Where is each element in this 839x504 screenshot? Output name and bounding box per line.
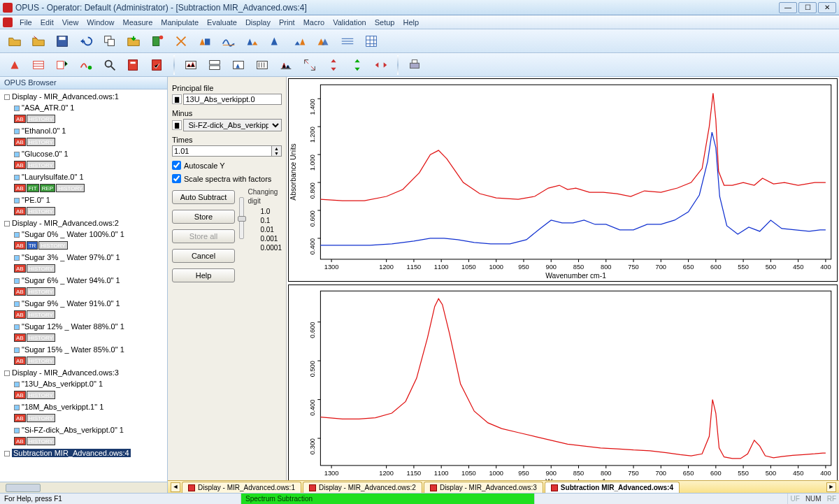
autoscale-y-checkbox[interactable]	[172, 161, 181, 170]
menu-evaluate[interactable]: Evaluate	[203, 17, 241, 28]
tree-item[interactable]: "Sugar 9% _ Water 91%.0" 1ABHISTORY	[13, 298, 167, 321]
tree-item[interactable]: "Sugar 3% _ Water 97%.0" 1ABHISTORY	[13, 252, 167, 275]
print-icon[interactable]	[404, 55, 425, 75]
document-tab[interactable]: Display - MIR_Advanced.ows:3	[424, 482, 543, 493]
auto-bl-icon[interactable]	[76, 55, 96, 75]
cancel-button[interactable]: Cancel	[172, 249, 235, 263]
mode1-icon[interactable]	[194, 31, 215, 52]
tab-scroll-left[interactable]: ◄	[171, 482, 180, 492]
tab-scroll-right[interactable]: ►	[826, 482, 836, 492]
view-peaks-icon[interactable]	[228, 55, 249, 75]
open-icon[interactable]	[4, 31, 25, 52]
tree-item[interactable]: "18M_Abs_verkippt.1" 1ABHISTORY	[13, 401, 167, 424]
times-input[interactable]	[172, 145, 272, 157]
menu-display[interactable]: Display	[241, 17, 275, 28]
integr-icon[interactable]	[266, 31, 287, 52]
tree-item[interactable]: "Sugar 6% _ Water 94%.0" 1ABHISTORY	[13, 275, 167, 298]
tree-item[interactable]: "Glucose.0" 1ABHISTORY	[13, 148, 167, 171]
stack-icon[interactable]	[337, 31, 358, 52]
cut-icon[interactable]	[171, 31, 192, 52]
auto-subtract-button[interactable]: Auto Subtract	[172, 190, 235, 204]
lib2-icon[interactable]	[147, 55, 168, 75]
times-spinner[interactable]: ▲▼	[272, 145, 282, 157]
minus-file-select[interactable]: Si-FZ-dick_Abs_verkipp	[183, 119, 282, 131]
digit-option[interactable]: 0.001	[260, 234, 282, 243]
send-icon[interactable]	[123, 31, 144, 52]
arrows-v2-icon[interactable]	[347, 55, 368, 75]
svg-text:1.200: 1.200	[309, 127, 316, 143]
menu-edit[interactable]: Edit	[36, 17, 58, 28]
digit-option[interactable]: 0.1	[260, 216, 282, 225]
principal-file-label: Principal file	[172, 84, 282, 92]
document-tab[interactable]: Display - MIR_Advanced.ows:2	[303, 482, 422, 493]
view-multi-icon[interactable]	[275, 55, 296, 75]
close-button[interactable]: ✕	[818, 2, 836, 13]
norm-icon[interactable]	[289, 31, 310, 52]
menu-manipulate[interactable]: Manipulate	[157, 17, 203, 28]
svg-text:550: 550	[738, 264, 748, 271]
arrows-h-icon[interactable]	[371, 55, 392, 75]
principal-file-input[interactable]	[183, 94, 282, 105]
menu-print[interactable]: Print	[275, 17, 299, 28]
digit-option[interactable]: 1.0	[260, 207, 282, 216]
digit-option[interactable]: 0.0001	[260, 243, 282, 252]
tree-item[interactable]: "PE.0" 1ABHISTORY	[13, 194, 167, 217]
view-1-icon[interactable]	[180, 55, 201, 75]
result-chart[interactable]: 0.3000.4000.5000.60013001200115011001050…	[288, 285, 838, 480]
tree-group[interactable]: Subtraction MIR_Advanced.ows:4	[3, 447, 167, 459]
tree-item[interactable]: "Sugar 12% _ Water 88%.0" 1ABHISTORY	[13, 321, 167, 344]
menu-macro[interactable]: Macro	[299, 17, 329, 28]
menu-help[interactable]: Help	[399, 17, 423, 28]
menu-window[interactable]: Window	[83, 17, 118, 28]
peaks-icon[interactable]	[242, 31, 263, 52]
svg-text:0.600: 0.600	[309, 210, 316, 226]
menu-setup[interactable]: Setup	[371, 17, 399, 28]
tree-item[interactable]: "ASA_ATR.0" 1ABHISTORY	[13, 102, 167, 125]
digit-slider[interactable]	[239, 197, 244, 239]
svg-text:Absorbance Units: Absorbance Units	[289, 143, 297, 200]
store-button[interactable]: Store	[172, 210, 235, 224]
baseline-icon[interactable]	[218, 31, 239, 52]
tree-group[interactable]: Display - MIR_Advanced.ows:3	[3, 367, 167, 378]
tree-group[interactable]: Display - MIR_Advanced.ows:2	[3, 217, 167, 229]
open2-icon[interactable]	[28, 31, 49, 52]
minimize-button[interactable]: —	[779, 2, 797, 13]
view-2-icon[interactable]	[204, 55, 225, 75]
document-tab[interactable]: Display - MIR_Advanced.ows:1	[182, 482, 301, 493]
document-tab[interactable]: Subtraction MIR_Advanced.ows:4	[545, 482, 680, 493]
menu-view[interactable]: View	[58, 17, 83, 28]
menu-measure[interactable]: Measure	[118, 17, 157, 28]
tree-item[interactable]: "Si-FZ-dick_Abs_verkippt.0" 1ABHISTORY	[13, 424, 167, 447]
help-button[interactable]: Help	[172, 268, 235, 282]
tree-item[interactable]: "Sugar 0% _ Water 100%.0" 1ABTRHISTORY	[13, 229, 167, 252]
spectra-list-icon[interactable]	[28, 55, 49, 75]
scale-factors-checkbox[interactable]	[172, 174, 181, 183]
tree-item[interactable]: "Ethanol.0" 1ABHISTORY	[13, 125, 167, 148]
tree-item[interactable]: "Laurylsulfate.0" 1ABFITREPHISTORY	[13, 171, 167, 194]
tree-item[interactable]: "Sugar 15% _ Water 85%.0" 1ABHISTORY	[13, 344, 167, 367]
arrows-v-icon[interactable]	[323, 55, 344, 75]
search-icon[interactable]	[99, 55, 120, 75]
measure-icon[interactable]	[147, 31, 168, 52]
file-tree[interactable]: Display - MIR_Advanced.ows:1"ASA_ATR.0" …	[0, 89, 167, 482]
menu-validation[interactable]: Validation	[329, 17, 371, 28]
library-icon[interactable]	[123, 55, 144, 75]
menu-file[interactable]: File	[15, 17, 36, 28]
overlay-chart[interactable]: 0.4000.6000.8001.0001.2001.4001300120011…	[288, 78, 838, 282]
quant-icon[interactable]	[52, 55, 73, 75]
peak1-icon[interactable]	[4, 55, 25, 75]
overlay-icon[interactable]	[313, 31, 334, 52]
view-lines-icon[interactable]	[252, 55, 273, 75]
browser-h-scrollbar[interactable]	[0, 482, 167, 493]
expand-icon[interactable]	[299, 55, 320, 75]
maximize-button[interactable]: ☐	[798, 2, 817, 13]
tree-group[interactable]: Display - MIR_Advanced.ows:1	[3, 91, 167, 102]
store-all-button[interactable]: Store all	[172, 229, 235, 243]
digit-option[interactable]: 0.01	[260, 225, 282, 234]
undo-icon[interactable]	[76, 31, 96, 52]
svg-text:850: 850	[573, 264, 584, 271]
tree-item[interactable]: "13U_Abs_verkippt.0" 1ABHISTORY	[13, 378, 167, 401]
cascade-icon[interactable]	[99, 31, 120, 52]
save-icon[interactable]	[52, 31, 73, 52]
table-icon[interactable]	[361, 31, 382, 52]
